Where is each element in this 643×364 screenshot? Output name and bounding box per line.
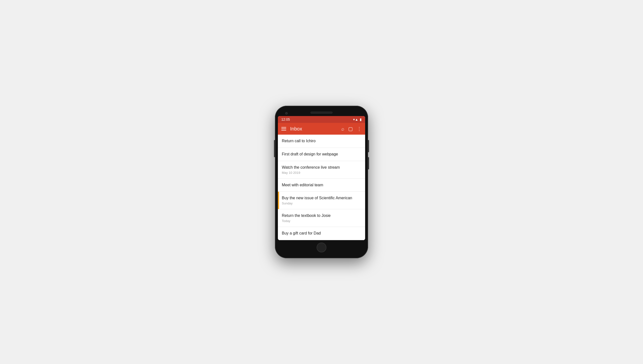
list-item-subtitle: Sunday — [282, 202, 361, 205]
more-options-icon[interactable]: ⋮ — [357, 126, 362, 132]
search-icon[interactable]: ⌕ — [341, 126, 344, 132]
list-item[interactable]: Return the textbook to JosieToday — [278, 209, 365, 227]
power-button — [368, 140, 369, 152]
volume-down-button — [368, 157, 369, 170]
list-item[interactable]: First draft of design for webpage — [278, 148, 365, 161]
app-bar: Inbox ⌕ ▢ ⋮ — [278, 123, 365, 135]
list-item-title: Buy the new issue of Scientific American — [282, 196, 361, 201]
battery-icon: ▮ — [360, 118, 362, 122]
list-item-title: Buy a gift card for Dad — [282, 231, 361, 236]
speaker — [310, 112, 333, 114]
phone-device: 12:05 ▾▲ ▮ Inbox ⌕ ▢ ⋮ Return call to Ic… — [275, 106, 368, 258]
camera — [285, 112, 288, 114]
status-bar: 12:05 ▾▲ ▮ — [278, 116, 365, 123]
list-item[interactable]: Watch the conference live streamMay 10 2… — [278, 161, 365, 179]
list-item[interactable]: Buy the new issue of Scientific American… — [278, 192, 365, 209]
list-item[interactable]: Meet with editorial team — [278, 179, 365, 192]
list-item-title: First draft of design for webpage — [282, 152, 361, 157]
list-item-title: Meet with editorial team — [282, 182, 361, 188]
list-item[interactable]: Buy a gift card for Dad — [278, 227, 365, 240]
phone-bottom-bar — [278, 240, 365, 254]
accent-bar — [278, 192, 279, 209]
status-time: 12:05 — [281, 118, 290, 122]
wifi-icon: ▾▲ — [353, 118, 358, 122]
app-title: Inbox — [290, 126, 338, 132]
list-item-title: Return call to Ichiro — [282, 138, 361, 144]
compose-icon[interactable]: ▢ — [348, 126, 353, 132]
list-item-subtitle: Today — [282, 219, 361, 223]
menu-icon[interactable] — [281, 127, 286, 130]
volume-button — [274, 140, 275, 157]
home-button[interactable] — [316, 242, 327, 252]
phone-screen: 12:05 ▾▲ ▮ Inbox ⌕ ▢ ⋮ Return call to Ic… — [278, 116, 365, 240]
list-item-title: Return the textbook to Josie — [282, 213, 361, 218]
list-item-title: Watch the conference live stream — [282, 165, 361, 170]
phone-top-bar — [278, 110, 365, 116]
status-icons: ▾▲ ▮ — [353, 118, 362, 122]
list-item[interactable]: Return call to Ichiro — [278, 135, 365, 148]
inbox-list: Return call to IchiroFirst draft of desi… — [278, 135, 365, 240]
list-item-subtitle: May 10 2019 — [282, 171, 361, 174]
